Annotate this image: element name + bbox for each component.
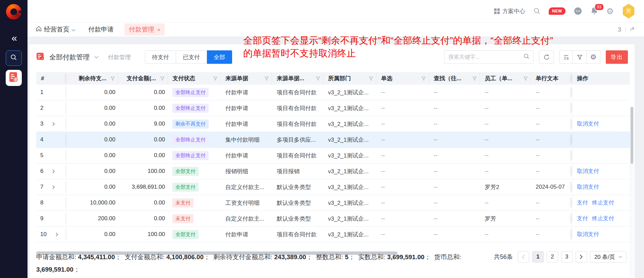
vertical-scrollbar-thumb[interactable] [631,107,633,164]
main-area: 方案中心 NEW 93 ⚙ 芳 经营首页 付款申请 [28,0,644,278]
summary-segment: 整数总和: 5； [316,253,358,261]
row-height-icon[interactable] [559,50,573,64]
search-icon[interactable] [523,53,530,61]
tab-paid[interactable]: 已支付 [176,50,207,64]
column-filter-icon[interactable] [316,76,320,81]
global-search-icon[interactable] [533,7,541,15]
cell-num: 1 [36,85,65,100]
cell-text_field: -- [531,164,572,179]
tab-pending-pay[interactable]: 待支付 [145,50,176,64]
chevron-down-icon [71,26,75,33]
column-filter-icon[interactable] [213,76,218,81]
tab-payment-request[interactable]: 付款申请 [88,25,114,34]
column-header-source_doc[interactable]: 来源单据 [221,72,272,85]
column-header-source_type[interactable]: 来源单据... [272,72,323,85]
refresh-button[interactable] [539,50,554,64]
filter-icon[interactable] [573,50,587,64]
collapse-sidebar-icon[interactable]: « [0,32,28,44]
cell-lookup: -- [429,164,480,179]
notifications-button[interactable]: 93 [590,7,598,15]
action-link[interactable]: 终止支付 [592,215,614,222]
column-filter-icon[interactable] [472,76,477,81]
close-tab-icon[interactable]: × [157,27,160,33]
table-row-5[interactable]: 50.000.00全部终止支付付款申请项目有合同付款v3_2_1测试企...--… [36,148,630,164]
table-row-3[interactable]: 30.009.00剩余不再支付付款申请项目有合同付款v3_2_1测试企...--… [36,116,630,132]
next-page-button[interactable] [576,251,587,263]
row-number: 5 [40,152,43,159]
cell-employee: -- [480,85,531,100]
cell-single_select: -- [376,195,429,211]
app-logo[interactable] [6,4,21,19]
status-badge: 全部支付 [172,167,199,176]
vertical-scrollbar-track[interactable] [630,107,634,277]
action-link[interactable]: 取消支付 [577,120,599,128]
search-input[interactable] [448,54,523,60]
action-link[interactable]: 取消支付 [577,168,599,175]
action-link[interactable]: 支付 [577,215,588,222]
page-size-select[interactable]: 20 条/页 [590,251,627,263]
view-title[interactable]: 全部付款管理 [49,53,90,62]
workspace-center-button[interactable]: 方案中心 [494,7,525,15]
action-link[interactable]: 终止支付 [592,199,614,206]
cell-lookup: -- [429,132,480,147]
column-header-employee[interactable]: 员工（单... [480,72,531,85]
row-number: 9 [40,215,43,222]
cell-actions [572,85,630,100]
table-row-4[interactable]: 40.000.00全部终止支付集中付款明细多项目多供应...v3_2_1测试企.… [36,132,630,148]
column-header-status[interactable]: 支付状态 [168,72,221,85]
cell-employee: -- [480,195,531,211]
cell-single_select: -- [376,164,429,179]
table-body: 10.000.00全部终止支付付款申请项目有合同付款v3_2_1测试企...--… [36,85,630,242]
column-settings-gear-icon[interactable]: ⚙ [587,50,600,64]
toolbar: ¥ 全部付款管理 付款管理 待支付 已支付 全部 [36,50,628,64]
page-3-button[interactable]: 3 [561,251,573,263]
expand-row-icon[interactable] [52,169,55,174]
cell-status: 全部终止支付 [168,85,221,100]
column-label: 所属部门 [328,75,351,82]
row-number: 3 [40,121,43,127]
table-row-9[interactable]: 9200.000.00未支付自定义付款主...默认业务类型v3_2_1测试企..… [36,211,630,227]
expand-row-icon[interactable] [52,185,55,189]
sidebar-search-button[interactable] [6,50,22,66]
action-link[interactable]: 取消支付 [577,231,599,238]
table-row-6[interactable]: 60.00100.00全部支付报销明细项目报销v3_2_1测试企...-----… [36,164,630,179]
column-label: # [41,75,44,82]
workspace-center-label: 方案中心 [502,7,525,15]
column-filter-icon[interactable] [160,76,165,81]
expand-row-icon[interactable] [55,232,58,237]
cell-department: v3_2_1测试企... [323,195,376,211]
forward-arrow-icon[interactable] [630,26,636,34]
table-row-1[interactable]: 10.000.00全部终止支付付款申请项目有合同付款v3_2_1测试企...--… [36,85,630,100]
svg-text:¥: ¥ [42,57,43,60]
column-filter-icon[interactable] [110,76,115,81]
tab-payment-manage[interactable]: 付款管理 × [124,24,165,36]
prev-page-button[interactable] [518,251,529,263]
action-link[interactable]: 取消支付 [577,183,599,191]
export-button[interactable]: 导出 [606,50,628,64]
expand-row-icon[interactable] [52,122,55,126]
new-badge[interactable]: NEW [549,7,566,15]
column-header-single_select[interactable]: 单选 [376,72,429,85]
sidebar-item-payment-app[interactable]: ¥ [6,70,22,86]
table-row-10[interactable]: 100.00100.00全部支付付款申请项目有合同付款v3_2_1测试企...-… [36,227,630,242]
chevron-down-icon[interactable] [94,54,99,60]
column-filter-icon[interactable] [264,76,269,81]
column-header-remaining[interactable]: 剩余待支... [65,72,118,85]
table-row-8[interactable]: 810,000.000.00未支付工资支付明细默认业务类型v3_2_1测试企..… [36,195,630,211]
column-header-lookup[interactable]: 查找（往... [429,72,480,85]
column-header-pay_amount[interactable]: 支付金额(... [118,72,168,85]
page-2-button[interactable]: 2 [547,251,558,263]
messages-icon[interactable] [574,7,582,15]
table-row-7[interactable]: 70.003,698,691.00全部支付自定义付款主...默认业务类型v3_2… [36,179,630,195]
nav-home[interactable]: 经营首页 [36,25,75,34]
column-header-department[interactable]: 所属部门 [323,72,376,85]
column-filter-icon[interactable] [369,76,373,81]
action-link[interactable]: 支付 [577,199,588,206]
table-row-2[interactable]: 20.000.00全部终止支付付款申请项目有合同付款v3_2_1测试企...--… [36,100,630,116]
page-1-button[interactable]: 1 [532,251,544,263]
column-filter-icon[interactable] [421,76,426,81]
tab-all[interactable]: 全部 [207,50,232,64]
column-filter-icon[interactable] [523,76,528,81]
settings-gear-icon[interactable]: ⚙ [606,6,614,16]
user-avatar[interactable]: 芳 [622,4,635,18]
